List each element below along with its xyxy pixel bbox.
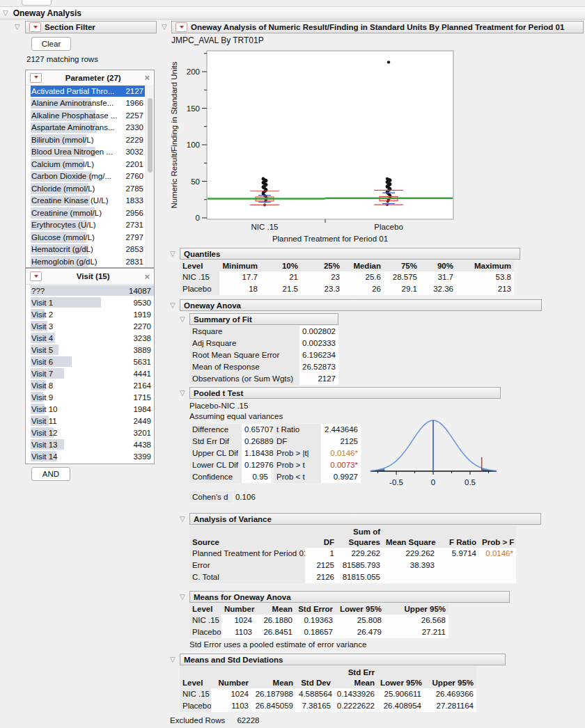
- scrollbar-thumb[interactable]: [148, 98, 153, 173]
- oneway-analysis-window: ▽ Oneway Analysis ▽ Section Filter Clear…: [0, 0, 585, 728]
- oneway-boxplot-chart[interactable]: 050100150200NIC .15PlaceboPlanned Treatm…: [167, 46, 458, 246]
- red-triangle-menu-icon[interactable]: [29, 22, 41, 32]
- table-cell: Placebo: [189, 626, 221, 638]
- item-count: 4441: [133, 370, 151, 378]
- table-row: Mean of Response26.52873: [189, 361, 338, 373]
- list-item-parameter[interactable]: Blood Urea Nitrogen ...3032: [26, 146, 146, 159]
- list-item-parameter[interactable]: Activated Partial Thro...2127: [26, 85, 146, 97]
- list-item-parameter[interactable]: Glucose (mmol/L)2797: [26, 231, 146, 244]
- list-item-parameter[interactable]: Calcium (mmol/L)2201: [26, 158, 146, 171]
- list-item-visit[interactable]: Visit 143399: [26, 450, 154, 462]
- table-cell: 26.1880: [255, 615, 295, 626]
- list-item-parameter[interactable]: Bilirubin (mmol/L)2229: [26, 134, 146, 146]
- list-item-visit[interactable]: Visit 65631: [26, 356, 154, 367]
- table-cell: 25.808: [336, 615, 384, 626]
- close-icon[interactable]: ×: [144, 73, 150, 82]
- table-cell: Confidence: [189, 471, 242, 483]
- list-item-visit[interactable]: Visit 74441: [26, 367, 154, 379]
- clear-button-label: Clear: [42, 40, 61, 48]
- list-item-visit[interactable]: Visit 134438: [26, 438, 154, 450]
- table-cell: 0.002333: [299, 338, 338, 349]
- disclosure-triangle-means-std[interactable]: ▽: [170, 656, 176, 663]
- list-item-parameter[interactable]: Creatinine (mmol/L)2956: [26, 207, 146, 219]
- item-count: 2853: [125, 245, 143, 253]
- close-icon[interactable]: ×: [144, 272, 150, 281]
- table-cell: Placebo: [180, 283, 219, 295]
- scrollbar[interactable]: [146, 85, 154, 267]
- table-cell: Error: [189, 560, 305, 571]
- list-item-parameter[interactable]: Carbon Dioxide (mg/...2760: [26, 171, 146, 183]
- item-label: Hematocrit (g/dL): [31, 245, 125, 253]
- svg-text:200: 200: [187, 68, 200, 76]
- list-item-visit[interactable]: Visit 32270: [26, 320, 154, 332]
- item-count: 2127: [125, 87, 143, 95]
- clear-button[interactable]: Clear: [31, 37, 71, 51]
- table-cell: [437, 571, 479, 583]
- quantiles-header: Quantiles: [180, 248, 520, 260]
- means-anova-title: Means for Oneway Anova: [194, 593, 291, 601]
- pooled-t-test-table: Difference 0.65707 t Ratio 2.443646 Std …: [189, 424, 361, 483]
- list-item-parameter[interactable]: Chloride (mmol/L)2785: [26, 182, 146, 195]
- list-item-visit[interactable]: Visit 82164: [26, 379, 154, 391]
- column-header: Lower 95%: [336, 603, 384, 615]
- list-item-visit[interactable]: Visit 101984: [26, 403, 154, 415]
- disclosure-triangle-pooled-t-test[interactable]: ▽: [180, 390, 185, 397]
- item-count: 3201: [133, 429, 151, 437]
- list-item-visit[interactable]: Visit 123201: [26, 427, 154, 438]
- item-count: 2797: [125, 233, 143, 242]
- disclosure-triangle-analysis[interactable]: ▽: [162, 24, 167, 31]
- disclosure-triangle-anova[interactable]: ▽: [180, 516, 185, 523]
- table-cell: [383, 571, 437, 583]
- column-header: Level: [180, 666, 211, 688]
- list-item-parameter[interactable]: Aspartate Aminotrans...2330: [26, 122, 146, 134]
- list-item-visit[interactable]: Visit 91715: [26, 391, 154, 403]
- list-item-parameter[interactable]: Hematocrit (g/dL)2853: [26, 244, 146, 256]
- svg-text:Planned Treatment for Period 0: Planned Treatment for Period 01: [272, 235, 388, 243]
- table-cell: 4.588564: [296, 688, 334, 700]
- item-label: Visit 8: [31, 381, 133, 390]
- item-label: Visit 12: [31, 429, 133, 437]
- list-item-visit[interactable]: Visit 53889: [26, 344, 154, 356]
- matching-rows-text: 2127 matching rows: [26, 55, 98, 63]
- table-cell: 0.002802: [299, 326, 338, 338]
- list-item-parameter[interactable]: Alkaline Phosphatase ...2257: [26, 109, 146, 122]
- window-title: Oneway Analysis: [13, 8, 81, 18]
- item-label: Visit 13: [31, 441, 133, 449]
- item-count: 2785: [125, 184, 143, 193]
- item-label: Visit 11: [31, 417, 133, 425]
- list-item-visit[interactable]: Visit 112449: [26, 415, 154, 427]
- list-item-parameter[interactable]: Alanine Aminotransfe...1966: [26, 97, 146, 110]
- table-row: NIC .15 1024 26.1880 0.19363 25.808 26.5…: [189, 615, 448, 626]
- list-item-visit[interactable]: Visit 21919: [26, 308, 154, 320]
- summary-of-fit-table: Rsquare0.002802 Adj Rsquare0.002333 Root…: [189, 326, 338, 385]
- red-triangle-menu-icon[interactable]: [30, 73, 42, 83]
- means-std-title: Means and Std Deviations: [184, 656, 283, 664]
- item-count: 2257: [125, 111, 143, 120]
- table-cell-significant: 0.0146*: [479, 548, 516, 560]
- list-item-parameter[interactable]: Erythrocytes (U/L)2731: [26, 219, 146, 232]
- red-triangle-menu-icon[interactable]: [176, 22, 187, 32]
- red-triangle-menu-icon[interactable]: [30, 271, 42, 281]
- table-cell: 0.2222622: [334, 700, 377, 712]
- list-item-parameter[interactable]: Creatine Kinase (U/L)1833: [26, 195, 146, 207]
- disclosure-triangle-section-filter[interactable]: ▽: [15, 24, 20, 31]
- disclosure-triangle-oneway-anova[interactable]: ▽: [170, 302, 176, 309]
- disclosure-triangle-means-anova[interactable]: ▽: [180, 594, 185, 601]
- disclosure-triangle-root[interactable]: ▽: [3, 10, 8, 17]
- disclosure-triangle-summary-of-fit[interactable]: ▽: [180, 316, 185, 323]
- list-item-visit[interactable]: Visit 19530: [26, 296, 154, 308]
- quantiles-table: Level Minimum 10% 25% Median 75% 90% Max…: [180, 260, 514, 295]
- table-cell: 229.262: [383, 548, 437, 560]
- column-header: F Ratio: [437, 525, 479, 548]
- table-row: Placebo 1103 26.8451 0.18657 26.479 27.2…: [189, 626, 448, 638]
- table-cell: 26.52873: [299, 361, 338, 373]
- list-item-parameter[interactable]: Hemoglobin (g/dL)2831: [26, 255, 146, 267]
- disclosure-triangle-quantiles[interactable]: ▽: [170, 251, 176, 258]
- item-label: Creatinine (mmol/L): [31, 209, 125, 217]
- list-item-visit[interactable]: ???14087: [26, 285, 154, 296]
- table-cell: 38.393: [383, 560, 437, 571]
- and-button[interactable]: AND: [31, 467, 70, 481]
- table-cell: 2.443646: [321, 424, 361, 436]
- column-header: Sum ofSquares: [337, 525, 383, 548]
- list-item-visit[interactable]: Visit 43238: [26, 332, 154, 344]
